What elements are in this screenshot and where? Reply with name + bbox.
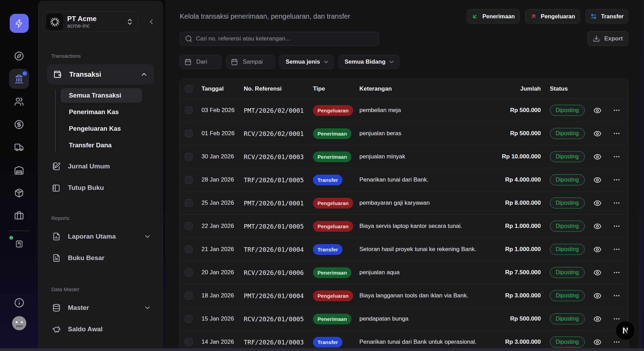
chevron-down-icon: [323, 58, 330, 65]
export-button[interactable]: Export: [587, 31, 628, 46]
zap-icon: [15, 19, 24, 28]
sidebar-item-tutup-buku[interactable]: Tutup Buku: [47, 177, 154, 198]
select-all-checkbox[interactable]: [185, 85, 193, 93]
eye-icon[interactable]: [593, 246, 601, 253]
row-checkbox[interactable]: [185, 222, 193, 230]
eye-icon[interactable]: [593, 292, 601, 300]
sidebar-item-transfer-dana[interactable]: Transfer Dana: [61, 138, 142, 153]
table-row: 25 Jan 2026PMT/2026/01/0001Pengeluaranpe…: [180, 191, 628, 214]
type-pill: Penerimaan: [313, 128, 351, 139]
info-button[interactable]: [9, 293, 29, 313]
warehouse-icon: [14, 165, 24, 175]
eye-icon[interactable]: [593, 269, 601, 277]
search-input[interactable]: [196, 35, 374, 42]
row-checkbox[interactable]: [185, 292, 193, 299]
rail-item-compass[interactable]: [9, 46, 29, 66]
row-checkbox[interactable]: [185, 107, 193, 114]
users-icon: [14, 97, 24, 107]
sidebar-item-laporan-utama[interactable]: Laporan Utama: [47, 226, 154, 247]
rail-item-store[interactable]: [9, 234, 29, 254]
sidebar-item-penerimaan-kas[interactable]: Penerimaan Kas: [61, 105, 142, 119]
filter-sampai[interactable]: Sampai: [226, 55, 275, 69]
filter-dari[interactable]: Dari: [180, 55, 222, 69]
compass-icon: [14, 51, 24, 61]
sidebar-group-transaksi[interactable]: Transaksi: [47, 64, 154, 85]
sidebar-item-label: Saldo Awal: [68, 325, 154, 333]
cell-description: penjualan beras: [359, 130, 477, 137]
sidebar: PT Acme acme-inc TransactionsTransaksiSe…: [38, 1, 163, 351]
row-checkbox[interactable]: [185, 199, 193, 207]
ellipsis-icon[interactable]: [613, 130, 620, 137]
rail-item-warehouse[interactable]: [9, 160, 29, 180]
sidebar-item-buku-besar[interactable]: Buku Besar: [47, 247, 154, 269]
eye-icon[interactable]: [593, 176, 601, 184]
ellipsis-icon[interactable]: [613, 107, 620, 114]
horizontal-scrollbar[interactable]: [0, 348, 644, 351]
cell-description: Biaya langganan tools dan iklan via Bank…: [359, 292, 477, 299]
rail-item-dollar-circle[interactable]: [9, 114, 29, 135]
ellipsis-icon[interactable]: [613, 153, 620, 160]
rail-item-landmark[interactable]: [9, 69, 29, 89]
row-checkbox[interactable]: [185, 176, 193, 184]
ellipsis-icon[interactable]: [613, 292, 620, 299]
rail-item-users[interactable]: [9, 92, 29, 112]
eye-icon[interactable]: [593, 199, 601, 207]
cell-date: 22 Jan 2026: [202, 223, 244, 230]
sidebar-item-master[interactable]: Master: [47, 297, 154, 318]
cell-reference: RCV/2026/02/0001: [244, 130, 313, 137]
chevrons-up-down-icon: [126, 18, 134, 26]
package-icon: [14, 188, 24, 198]
row-checkbox[interactable]: [185, 246, 193, 253]
sidebar-item-semua-transaksi[interactable]: Semua Transaksi: [61, 88, 142, 103]
sidebar-item-saldo-awal[interactable]: Saldo Awal: [47, 318, 154, 340]
eye-icon[interactable]: [593, 153, 601, 161]
sidebar-item-label: Jurnal Umum: [68, 163, 154, 170]
rail-item-truck[interactable]: [9, 137, 29, 157]
eye-icon[interactable]: [593, 315, 601, 323]
eye-icon[interactable]: [593, 338, 601, 346]
cell-amount: Rp 8.000.000: [477, 200, 541, 206]
pengeluaran-button[interactable]: Pengeluaran: [525, 9, 580, 24]
filter-semua-bidang[interactable]: Semua Bidang: [338, 55, 399, 69]
rail-item-briefcase[interactable]: [9, 206, 29, 226]
ellipsis-icon[interactable]: [613, 246, 620, 253]
penerimaan-button[interactable]: Penerimaan: [467, 9, 520, 24]
vertical-scrollbar[interactable]: [641, 0, 644, 348]
ellipsis-icon[interactable]: [613, 222, 620, 230]
cell-date: 15 Jan 2026: [202, 315, 244, 322]
sidebar-collapse-button[interactable]: [147, 18, 155, 26]
row-checkbox[interactable]: [185, 269, 193, 276]
user-avatar[interactable]: [12, 316, 26, 330]
rail-item-package[interactable]: [9, 183, 29, 203]
ellipsis-icon[interactable]: [613, 338, 620, 346]
ellipsis-icon[interactable]: [613, 269, 620, 276]
ellipsis-icon[interactable]: [613, 176, 620, 184]
app-logo[interactable]: [10, 14, 29, 33]
ellipsis-icon[interactable]: [613, 315, 620, 323]
search-icon: [185, 35, 193, 43]
eye-icon[interactable]: [593, 107, 601, 114]
cell-description: Setoran hasil proyek tunai ke rekening B…: [359, 246, 477, 253]
filter-label: Sampai: [243, 58, 263, 65]
row-checkbox[interactable]: [185, 338, 193, 346]
filter-semua-jenis[interactable]: Semua jenis: [279, 55, 334, 69]
piggy-bank-icon: [52, 325, 61, 333]
row-checkbox[interactable]: [185, 153, 193, 160]
section-label: Reports: [51, 215, 163, 221]
sidebar-item-label: Laporan Utama: [68, 233, 144, 240]
sidebar-item-jurnal-umum[interactable]: Jurnal Umum: [47, 156, 154, 177]
transfer-button[interactable]: Transfer: [585, 9, 628, 24]
eye-icon[interactable]: [593, 222, 601, 230]
ellipsis-icon[interactable]: [613, 199, 620, 207]
cell-amount: Rp 1.000.000: [477, 246, 541, 253]
company-switcher[interactable]: PT Acme acme-inc: [43, 11, 138, 32]
cell-reference: TRF/2026/01/0003: [244, 339, 313, 346]
book-icon: [52, 184, 61, 192]
nextjs-dev-badge[interactable]: [616, 321, 635, 340]
type-pill: Pengeluaran: [313, 105, 353, 116]
cell-amount: Rp 7.500.000: [477, 269, 541, 276]
row-checkbox[interactable]: [185, 315, 193, 323]
sidebar-item-pengeluaran-kas[interactable]: Pengeluaran Kas: [61, 121, 142, 136]
eye-icon[interactable]: [593, 130, 601, 138]
row-checkbox[interactable]: [185, 130, 193, 137]
